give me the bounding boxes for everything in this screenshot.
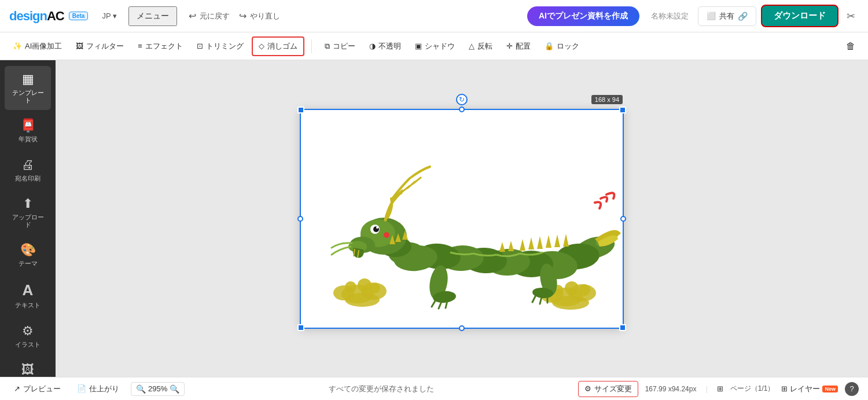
sidebar-item-illust[interactable]: ⚙ イラスト — [5, 318, 51, 354]
address-icon: 🖨 — [21, 157, 34, 173]
ai-image-button[interactable]: ✨ AI画像加工 — [7, 38, 68, 55]
lang-selector[interactable]: JP ▾ — [102, 12, 116, 20]
dragon-illustration — [300, 109, 624, 329]
beta-badge: Beta — [69, 12, 89, 20]
lock-icon: 🔒 — [545, 42, 554, 50]
scissors-icon: ✂ — [847, 10, 855, 22]
toolbar-divider — [311, 39, 312, 53]
svg-point-11 — [552, 296, 589, 310]
sidebar-item-theme[interactable]: 🎨 テーマ — [5, 237, 51, 273]
sidebar-item-upload[interactable]: ⬆ アップロード — [5, 190, 51, 234]
illust-icon: ⚙ — [22, 324, 34, 339]
undo-button[interactable]: ↩ 元に戻す — [189, 10, 230, 21]
sidebar-item-template[interactable]: ▦ テンプレート — [5, 66, 51, 110]
sidebar-item-photo[interactable]: 🖼 写真 — [5, 357, 51, 377]
logo-area: designAC Beta — [9, 9, 88, 24]
eraser-icon: ◇ — [259, 42, 264, 50]
copy-icon: ⧉ — [325, 42, 330, 51]
zoom-out-icon[interactable]: 🔍 — [136, 384, 146, 394]
page-icon: ⊞ — [717, 384, 723, 393]
shadow-icon: ▣ — [415, 42, 422, 50]
arrange-button[interactable]: ✛ 配置 — [501, 38, 536, 55]
dimensions-display: 167.99 x94.24px — [645, 385, 697, 393]
effect-icon: ≡ — [138, 42, 142, 50]
svg-point-7 — [370, 283, 380, 293]
help-button[interactable]: ? — [845, 382, 859, 396]
share-text-icon: ⬜ — [707, 12, 716, 20]
header: designAC Beta JP ▾ メニュー ↩ 元に戻す ↪ やり直し AI… — [0, 0, 868, 32]
sidebar-item-address[interactable]: 🖨 宛名印刷 — [5, 152, 51, 188]
svg-point-13 — [565, 281, 579, 295]
menu-button[interactable]: メニュー — [128, 6, 177, 26]
delete-button[interactable]: 🗑 — [840, 38, 861, 55]
filter-icon: 🖼 — [76, 42, 83, 50]
text-icon: A — [23, 281, 34, 299]
chevron-down-icon: ▾ — [113, 12, 117, 20]
trim-button[interactable]: ⊡ トリミング — [191, 38, 249, 55]
page-info: ページ（1/1） — [730, 384, 775, 394]
ai-presentation-button[interactable]: AIでプレゼン資料を作成 — [527, 6, 639, 26]
size-change-button[interactable]: ⚙ サイズ変更 — [578, 381, 638, 397]
preview-button[interactable]: ↗ プレビュー — [9, 381, 65, 397]
filter-button[interactable]: 🖼 フィルター — [70, 38, 130, 55]
document-title: 名称未設定 — [651, 11, 689, 21]
trim-icon: ⊡ — [197, 42, 203, 50]
template-icon: ▦ — [22, 72, 34, 87]
separator: | — [705, 384, 707, 393]
opacity-button[interactable]: ◑ 不透明 — [363, 38, 407, 55]
rotate-icon: ↻ — [459, 96, 465, 104]
download-button[interactable]: ダウンロード — [761, 5, 838, 27]
shadow-button[interactable]: ▣ シャドウ — [409, 38, 461, 55]
save-status: すべての変更が保存されました — [329, 384, 434, 394]
redo-button[interactable]: ↪ やり直し — [239, 10, 280, 21]
undo-icon: ↩ — [189, 10, 196, 21]
toolbar: ✨ AI画像加工 🖼 フィルター ≡ エフェクト ⊡ トリミング ◇ 消しゴム … — [0, 32, 868, 60]
layer-button[interactable]: ⊞ レイヤー New — [781, 384, 838, 394]
preview-icon: ↗ — [14, 384, 20, 393]
svg-point-6 — [358, 278, 372, 292]
bottom-bar: ↗ プレビュー 📄 仕上がり 🔍 295% 🔍 すべての変更が保存されました ⚙… — [0, 377, 868, 400]
ai-image-icon: ✨ — [13, 42, 22, 50]
svg-point-14 — [579, 284, 590, 296]
canvas-wrapper: 168 x 94 ↻ — [300, 109, 624, 329]
share-network-icon: 🔗 — [738, 12, 748, 21]
upload-icon: ⬆ — [23, 196, 33, 211]
finish-icon: 📄 — [77, 384, 86, 393]
sidebar-item-text[interactable]: A テキスト — [5, 276, 51, 315]
svg-point-4 — [345, 293, 380, 307]
effect-button[interactable]: ≡ エフェクト — [132, 38, 189, 55]
finish-button[interactable]: 📄 仕上がり — [72, 381, 124, 397]
newyear-icon: 📮 — [20, 118, 36, 133]
main-layout: ▦ テンプレート 📮 年賀状 🖨 宛名印刷 ⬆ アップロード 🎨 テーマ A テ… — [0, 60, 868, 377]
svg-point-51 — [376, 226, 378, 229]
zoom-in-icon[interactable]: 🔍 — [170, 384, 179, 394]
theme-icon: 🎨 — [20, 243, 36, 258]
size-label: 168 x 94 — [591, 95, 623, 104]
trash-icon: 🗑 — [846, 41, 855, 52]
canvas-area[interactable]: 168 x 94 ↻ — [56, 60, 868, 377]
new-badge: New — [822, 386, 838, 392]
layer-icon: ⊞ — [781, 384, 788, 393]
arrange-icon: ✛ — [506, 42, 513, 50]
sidebar: ▦ テンプレート 📮 年賀状 🖨 宛名印刷 ⬆ アップロード 🎨 テーマ A テ… — [0, 60, 56, 377]
handle-rotate[interactable]: ↻ — [456, 94, 468, 105]
flip-icon: △ — [469, 42, 475, 50]
opacity-icon: ◑ — [369, 42, 376, 50]
zoom-level: 295% — [148, 384, 167, 393]
svg-point-52 — [384, 232, 389, 238]
canvas: 168 x 94 ↻ — [300, 109, 624, 329]
logo: designAC — [9, 9, 64, 24]
flip-button[interactable]: △ 反転 — [463, 38, 498, 55]
sidebar-item-newyear[interactable]: 📮 年賀状 — [5, 112, 51, 149]
lock-button[interactable]: 🔒 ロック — [539, 38, 585, 55]
photo-icon: 🖼 — [21, 362, 34, 377]
settings-icon-button[interactable]: ✂ — [843, 6, 859, 26]
copy-button[interactable]: ⧉ コピー — [319, 38, 361, 55]
svg-point-5 — [345, 281, 356, 293]
gear-icon: ⚙ — [584, 384, 591, 393]
eraser-button[interactable]: ◇ 消しゴム — [252, 36, 304, 56]
redo-icon: ↪ — [239, 10, 247, 21]
zoom-area: 🔍 295% 🔍 — [131, 382, 185, 396]
share-button[interactable]: ⬜ 共有 🔗 — [698, 6, 756, 26]
